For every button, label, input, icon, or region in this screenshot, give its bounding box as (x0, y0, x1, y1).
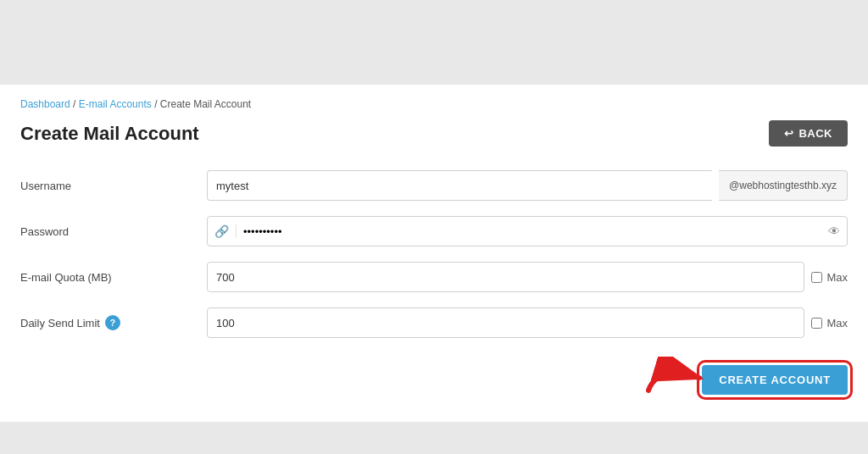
back-arrow-icon: ↩ (784, 127, 794, 140)
content-area: Dashboard / E-mail Accounts / Create Mai… (0, 85, 868, 422)
bottom-gray-bar (0, 422, 868, 454)
arrow-indicator (640, 357, 716, 403)
back-button[interactable]: ↩ BACK (769, 120, 848, 147)
help-icon[interactable]: ? (105, 315, 120, 330)
bottom-row: CREATE ACCOUNT (20, 365, 848, 395)
breadcrumb-dashboard[interactable]: Dashboard (20, 98, 70, 110)
quota-input[interactable] (207, 262, 804, 292)
back-label: BACK (798, 127, 832, 140)
breadcrumb-email-accounts[interactable]: E-mail Accounts (79, 98, 152, 110)
page-title: Create Mail Account (20, 123, 199, 145)
username-input[interactable] (207, 170, 712, 201)
top-gray-bar (0, 0, 868, 85)
breadcrumb-current: Create Mail Account (160, 98, 251, 110)
breadcrumb: Dashboard / E-mail Accounts / Create Mai… (20, 98, 848, 110)
password-row: Password 🔗 👁 (20, 216, 848, 246)
daily-limit-label: Daily Send Limit ? (20, 315, 207, 330)
eye-icon[interactable]: 👁 (821, 224, 847, 238)
daily-max-group: Max (811, 317, 848, 329)
password-wrapper: 🔗 👁 (207, 216, 848, 246)
daily-limit-row: Daily Send Limit ? Max (20, 307, 848, 338)
username-row: Username @webhostingtesthb.xyz (20, 170, 848, 201)
password-label: Password (20, 225, 207, 238)
create-account-button[interactable]: CREATE ACCOUNT (702, 365, 848, 395)
quota-input-group: Max (207, 262, 848, 292)
daily-max-label: Max (826, 317, 848, 329)
username-label: Username (20, 180, 207, 192)
breadcrumb-sep1: / (73, 98, 79, 110)
quota-label: E-mail Quota (MB) (20, 271, 207, 284)
red-arrow-icon (640, 357, 716, 403)
form-section: Username @webhostingtesthb.xyz Password … (20, 170, 848, 395)
daily-limit-input-group: Max (207, 307, 848, 338)
quota-max-checkbox[interactable] (811, 272, 822, 283)
quota-max-group: Max (811, 271, 848, 284)
domain-suffix: @webhostingtesthb.xyz (719, 170, 848, 201)
page-header: Create Mail Account ↩ BACK (20, 120, 848, 147)
password-input-group: 🔗 👁 (207, 216, 848, 246)
key-icon: 🔗 (208, 224, 236, 238)
daily-limit-input[interactable] (207, 307, 804, 338)
breadcrumb-sep2: / (154, 98, 160, 110)
quota-max-label: Max (826, 271, 848, 284)
quota-row: E-mail Quota (MB) Max (20, 262, 848, 292)
password-input[interactable] (236, 217, 821, 246)
daily-max-checkbox[interactable] (811, 318, 822, 329)
username-input-group: @webhostingtesthb.xyz (207, 170, 848, 201)
